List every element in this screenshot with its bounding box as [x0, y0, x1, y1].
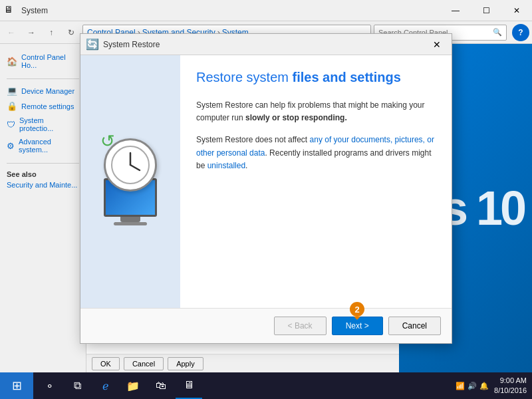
taskbar-edge[interactable]: ℯ [92, 372, 118, 399]
dialog-title-text: System Restore [103, 40, 428, 49]
dialog-content: Restore system files and settings System… [180, 55, 452, 308]
notification-icon[interactable]: 🔔 [479, 382, 489, 390]
next-button-wrapper: 2 Next > [332, 317, 383, 335]
see-also-label: See also [0, 168, 86, 180]
advanced-icon: ⚙ [7, 141, 15, 151]
taskbar-right: 📶 🔊 🔔 9:00 AM 8/10/2016 [450, 376, 532, 396]
sidebar-item-control-panel-home[interactable]: 🏠 Control Panel Ho... [0, 51, 86, 72]
system-restore-dialog: 🔄 System Restore ✕ ↺ [80, 33, 452, 344]
minimize-button[interactable]: — [440, 0, 471, 21]
taskbar-search[interactable]: ⚬ [36, 372, 63, 399]
network-icon[interactable]: 📶 [456, 382, 465, 390]
security-maintenance-link[interactable]: Security and Mainte... [0, 180, 86, 190]
sidebar-item-remote-settings[interactable]: 🔒 Remote settings [0, 98, 86, 114]
protection-icon: 🛡 [7, 120, 15, 130]
sidebar: 🏠 Control Panel Ho... 💻 Device Manager 🔒… [0, 44, 86, 372]
dialog-title-bar: 🔄 System Restore ✕ [80, 34, 452, 55]
apply-button[interactable]: Apply [168, 357, 203, 370]
refresh-button[interactable]: ↻ [63, 24, 80, 41]
taskbar-clock[interactable]: 9:00 AM 8/10/2016 [494, 376, 527, 396]
cancel-button-bottom[interactable]: Cancel [124, 357, 164, 370]
cancel-button-dialog[interactable]: Cancel [388, 317, 441, 335]
close-button[interactable]: ✕ [501, 0, 532, 21]
taskbar-icons: ⚬ ⧉ ℯ 📁 🛍 🖥 [33, 372, 205, 399]
dialog-footer: < Back 2 Next > Cancel [80, 308, 452, 343]
dialog-heading: Restore system files and settings [196, 68, 436, 86]
taskbar-sys-icons: 📶 🔊 🔔 [456, 382, 489, 390]
taskbar-task-view[interactable]: ⧉ [64, 372, 90, 399]
uninstalled-link[interactable]: uninstalled [207, 161, 245, 170]
back-button[interactable]: ← [3, 24, 20, 41]
title-bar: 🖥 System — ☐ ✕ [0, 0, 532, 21]
sidebar-item-system-protection[interactable]: 🛡 System protectio... [0, 114, 86, 135]
dialog-icon: 🔄 [86, 38, 99, 51]
search-icon[interactable]: 🔍 [493, 28, 502, 37]
window-icon: 🖥 [4, 4, 17, 17]
dialog-body: ↺ Restore system files and settings Syst… [80, 55, 452, 308]
sidebar-section-links: 💻 Device Manager 🔒 Remote settings 🛡 Sys… [0, 83, 86, 156]
title-bar-controls: — ☐ ✕ [440, 0, 532, 21]
dialog-para-1: System Restore can help fix problems tha… [196, 99, 436, 124]
dialog-close-button[interactable]: ✕ [428, 37, 446, 52]
restore-arrow-icon: ↺ [100, 131, 115, 152]
sidebar-item-advanced-system[interactable]: ⚙ Advanced system... [0, 135, 86, 156]
taskbar: ⊞ ⚬ ⧉ ℯ 📁 🛍 🖥 📶 🔊 🔔 9:00 AM 8/10/2016 [0, 372, 532, 399]
home-icon: 🏠 [7, 57, 17, 66]
remote-icon: 🔒 [7, 101, 17, 111]
back-button-dialog[interactable]: < Back [274, 317, 327, 335]
dialog-illustration: ↺ [80, 55, 180, 308]
bottom-bar: OK Cancel Apply [86, 354, 399, 372]
device-manager-icon: 💻 [7, 86, 17, 96]
sidebar-divider [7, 78, 79, 79]
taskbar-store[interactable]: 🛍 [148, 372, 174, 399]
forward-button[interactable]: → [23, 24, 40, 41]
dialog-para-2: System Restore does not affect any of yo… [196, 134, 436, 172]
maximize-button[interactable]: ☐ [471, 0, 501, 21]
sidebar-section-nav: 🏠 Control Panel Ho... [0, 51, 86, 72]
restore-image: ↺ [104, 138, 157, 225]
help-button[interactable]: ? [512, 24, 529, 41]
sidebar-item-device-manager[interactable]: 💻 Device Manager [0, 83, 86, 98]
step-badge: 2 [350, 302, 364, 317]
sidebar-divider-2 [7, 163, 79, 164]
taskbar-control-panel[interactable]: 🖥 [176, 372, 202, 399]
clock-icon: ↺ [104, 138, 157, 192]
start-button[interactable]: ⊞ [0, 372, 33, 399]
sound-icon[interactable]: 🔊 [467, 382, 477, 390]
taskbar-explorer[interactable]: 📁 [120, 372, 146, 399]
window-title: System [21, 6, 440, 15]
up-button[interactable]: ↑ [43, 24, 60, 41]
ok-button[interactable]: OK [92, 357, 120, 370]
